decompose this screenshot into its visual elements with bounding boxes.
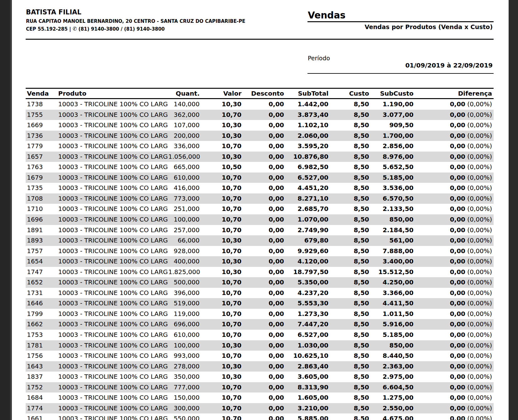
table-row: 173510003 - TRICOLINE 100% CO LARGU416,0…: [26, 183, 494, 193]
subcusto-cell: 5.652,50: [370, 162, 414, 172]
custo-cell: 8,50: [329, 110, 370, 120]
diferenca-value: 0,00: [450, 216, 465, 223]
custo-cell: 8,50: [329, 309, 370, 319]
subtotal-cell: 6.982,50: [285, 162, 329, 172]
venda-cell: 1696: [26, 214, 57, 225]
custo-cell: 8,50: [329, 225, 370, 236]
viewer-left-bar: [0, 0, 12, 420]
diferenca-percent: (0,00%): [465, 100, 492, 108]
diferenca-cell: 0,00 (0,00%): [414, 172, 494, 183]
table-row: 183710003 - TRICOLINE 100% CO LARGU350,0…: [26, 372, 494, 382]
table-row: 168410003 - TRICOLINE 100% CO LARGU150,0…: [26, 392, 494, 403]
venda-cell: 1891: [26, 225, 57, 236]
table-row: 175610003 - TRICOLINE 100% CO LARGU993,0…: [26, 351, 494, 361]
custo-cell: 8,50: [329, 330, 370, 340]
diferenca-value: 0,00: [450, 404, 465, 412]
diferenca-percent: (0,00%): [465, 163, 492, 171]
diferenca-value: 0,00: [450, 320, 465, 328]
custo-cell: 8,50: [329, 319, 370, 330]
subtotal-cell: 7.447,20: [285, 319, 329, 330]
diferenca-value: 0,00: [450, 195, 465, 202]
table-row: 173810003 - TRICOLINE 100% CO LARGU140,0…: [26, 99, 494, 110]
diferenca-value: 0,00: [450, 111, 465, 118]
diferenca-value: 0,00: [450, 205, 465, 212]
quant-cell: 100,000: [168, 214, 200, 225]
diferenca-cell: 0,00 (0,00%): [414, 131, 494, 141]
subcusto-cell: 1.190,00: [370, 99, 414, 110]
subcusto-cell: 850,00: [370, 340, 414, 351]
subtotal-cell: 10.876,80: [285, 152, 329, 162]
desconto-cell: 0,00: [242, 309, 285, 319]
diferenca-cell: 0,00 (0,00%): [414, 267, 494, 278]
diferenca-percent: (0,00%): [465, 383, 492, 391]
diferenca-cell: 0,00 (0,00%): [414, 246, 494, 257]
subcusto-cell: 2.184,50: [370, 225, 414, 236]
col-header-custo: Custo: [329, 89, 370, 98]
desconto-cell: 0,00: [242, 361, 285, 372]
custo-cell: 8,50: [329, 183, 370, 193]
title-underline: [307, 21, 494, 22]
desconto-cell: 0,00: [242, 120, 285, 131]
diferenca-value: 0,00: [450, 268, 465, 276]
table-header-row: VendaProdutoQuant.ValorDescontoSubTotalC…: [26, 88, 494, 99]
custo-cell: 8,50: [329, 361, 370, 372]
quant-cell: 140,000: [168, 99, 200, 110]
valor-cell: 10,70: [200, 110, 242, 120]
valor-cell: 10,70: [200, 403, 242, 414]
produto-cell: 10003 - TRICOLINE 100% CO LARGU: [57, 214, 168, 225]
valor-cell: 10,70: [200, 319, 242, 330]
desconto-cell: 0,00: [242, 288, 285, 298]
valor-cell: 10,30: [200, 152, 242, 162]
diferenca-value: 0,00: [450, 373, 465, 380]
diferenca-cell: 0,00 (0,00%): [414, 319, 494, 330]
custo-cell: 8,50: [329, 277, 370, 288]
venda-cell: 1679: [26, 172, 57, 183]
venda-cell: 1708: [26, 193, 57, 204]
quant-cell: 928,000: [168, 246, 200, 257]
table-row: 177910003 - TRICOLINE 100% CO LARGU336,0…: [26, 141, 494, 152]
subtotal-cell: 10.625,10: [285, 351, 329, 361]
diferenca-cell: 0,00 (0,00%): [414, 204, 494, 214]
diferenca-value: 0,00: [450, 289, 465, 297]
diferenca-value: 0,00: [450, 100, 465, 108]
valor-cell: 10,70: [200, 172, 242, 183]
venda-cell: 1661: [26, 413, 57, 420]
venda-cell: 1646: [26, 298, 57, 309]
table-body: 173810003 - TRICOLINE 100% CO LARGU140,0…: [26, 99, 494, 420]
subtotal-cell: 1.442,00: [285, 99, 329, 110]
diferenca-percent: (0,00%): [465, 289, 492, 297]
subtotal-cell: 1.070,00: [285, 214, 329, 225]
custo-cell: 8,50: [329, 372, 370, 382]
quant-cell: 665,000: [168, 162, 200, 172]
diferenca-percent: (0,00%): [465, 258, 492, 265]
desconto-cell: 0,00: [242, 204, 285, 214]
subtotal-cell: 1.605,00: [285, 392, 329, 403]
subtotal-cell: 1.102,10: [285, 120, 329, 131]
report-title: Vendas: [308, 9, 346, 21]
period-label: Período: [308, 55, 330, 62]
desconto-cell: 0,00: [242, 392, 285, 403]
desconto-cell: 0,00: [242, 183, 285, 193]
desconto-cell: 0,00: [242, 256, 285, 267]
diferenca-value: 0,00: [450, 383, 465, 391]
quant-cell: 1.056,000: [168, 152, 200, 162]
diferenca-cell: 0,00 (0,00%): [414, 152, 494, 162]
subcusto-cell: 8.440,50: [370, 351, 414, 361]
desconto-cell: 0,00: [242, 172, 285, 183]
table-row: 173610003 - TRICOLINE 100% CO LARGU200,0…: [26, 131, 494, 141]
col-header-produto: Produto: [57, 89, 168, 98]
diferenca-value: 0,00: [450, 299, 465, 307]
diferenca-cell: 0,00 (0,00%): [414, 392, 494, 403]
diferenca-percent: (0,00%): [465, 373, 492, 380]
quant-cell: 257,000: [168, 225, 200, 236]
table-row: 175510003 - TRICOLINE 100% CO LARGU362,0…: [26, 110, 494, 120]
venda-cell: 1684: [26, 392, 57, 403]
subcusto-cell: 3.536,00: [370, 183, 414, 193]
diferenca-value: 0,00: [450, 362, 465, 370]
table-row: 189310003 - TRICOLINE 100% CO LARGU66,00…: [26, 235, 494, 246]
diferenca-value: 0,00: [450, 278, 465, 286]
diferenca-percent: (0,00%): [465, 111, 492, 118]
desconto-cell: 0,00: [242, 351, 285, 361]
col-header-valor: Valor: [200, 89, 242, 98]
quant-cell: 610,000: [168, 330, 200, 340]
